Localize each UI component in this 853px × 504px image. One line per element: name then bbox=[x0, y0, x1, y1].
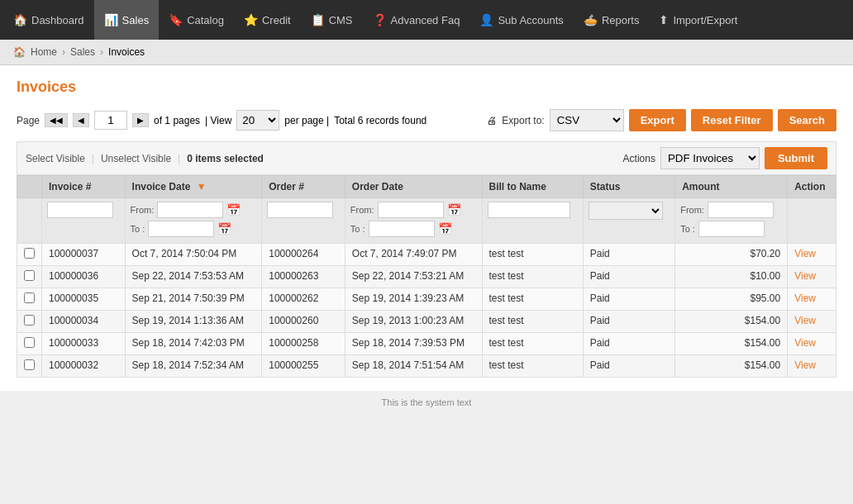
items-selected-count: 0 items selected bbox=[187, 153, 264, 164]
row-bill-to: test test bbox=[482, 266, 583, 288]
row-invoice-date: Sep 18, 2014 7:52:34 AM bbox=[125, 355, 262, 378]
nav-reports[interactable]: 🥧 Reports bbox=[574, 0, 650, 40]
submit-button[interactable]: Submit bbox=[765, 147, 827, 169]
row-bill-to: test test bbox=[482, 355, 583, 378]
nav-sales[interactable]: 📊 Sales bbox=[94, 0, 160, 40]
filter-order-date-to[interactable] bbox=[369, 221, 435, 237]
page-next-btn[interactable]: ▶ bbox=[132, 113, 149, 127]
cms-icon: 📋 bbox=[311, 13, 325, 26]
row-order-date: Sep 22, 2014 7:53:21 AM bbox=[345, 266, 482, 288]
row-action-cell: View bbox=[788, 333, 836, 355]
row-amount: $154.00 bbox=[675, 311, 788, 333]
actions-select[interactable]: PDF Invoices Print bbox=[660, 147, 760, 169]
nav-catalog[interactable]: 🔖 Catalog bbox=[159, 0, 234, 40]
filter-bill-to-cell bbox=[482, 198, 583, 244]
row-checkbox-4[interactable] bbox=[24, 337, 35, 348]
nav-cms-label: CMS bbox=[329, 14, 353, 26]
th-order-date: Order Date bbox=[345, 176, 482, 198]
filter-amount-to[interactable] bbox=[698, 221, 765, 237]
filter-status-cell: Paid Pending bbox=[583, 198, 674, 244]
filter-invoice-date-to[interactable] bbox=[148, 221, 214, 237]
export-format-select[interactable]: CSV Excel XML bbox=[550, 109, 624, 131]
page-number-input[interactable] bbox=[94, 111, 127, 130]
filter-invoice-num[interactable] bbox=[47, 202, 113, 218]
nav-credit[interactable]: ⭐ Credit bbox=[234, 0, 301, 40]
filter-amount-from[interactable] bbox=[708, 202, 774, 218]
nav-advanced-faq[interactable]: ❓ Advanced Faq bbox=[363, 0, 470, 40]
th-amount: Amount bbox=[675, 176, 788, 198]
row-invoice-num: 100000035 bbox=[42, 288, 126, 311]
row-invoice-date: Sep 18, 2014 7:42:03 PM bbox=[125, 333, 262, 355]
row-invoice-num: 100000033 bbox=[42, 333, 126, 355]
page-first-btn[interactable]: ◀◀ bbox=[45, 113, 68, 127]
per-page-select[interactable]: 20 50 100 bbox=[236, 110, 279, 131]
nav-import-export[interactable]: ⬆ Import/Export bbox=[649, 0, 747, 40]
calendar-from-icon[interactable]: 📅 bbox=[226, 203, 241, 216]
filter-order-num-cell bbox=[262, 198, 345, 244]
search-button[interactable]: Search bbox=[778, 109, 836, 131]
nav-dashboard-label: Dashboard bbox=[31, 14, 84, 26]
row-view-link[interactable]: View bbox=[794, 248, 816, 259]
row-order-date: Sep 19, 2013 1:00:23 AM bbox=[345, 311, 482, 333]
row-checkbox-3[interactable] bbox=[24, 315, 35, 326]
row-checkbox-0[interactable] bbox=[24, 248, 35, 259]
table-row: 100000036 Sep 22, 2014 7:53:53 AM 100000… bbox=[17, 266, 836, 288]
th-invoice-date[interactable]: Invoice Date ▼ bbox=[125, 176, 262, 198]
row-action-cell: View bbox=[788, 311, 836, 333]
row-checkbox-1[interactable] bbox=[24, 270, 35, 281]
row-amount: $154.00 bbox=[675, 333, 788, 355]
row-view-link[interactable]: View bbox=[794, 359, 816, 371]
row-view-link[interactable]: View bbox=[794, 292, 816, 304]
row-view-link[interactable]: View bbox=[794, 315, 816, 326]
th-status: Status bbox=[583, 176, 674, 198]
unselect-visible-link[interactable]: Unselect Visible bbox=[101, 153, 171, 164]
nav-faq-label: Advanced Faq bbox=[391, 14, 460, 26]
reset-filter-button[interactable]: Reset Filter bbox=[691, 109, 773, 131]
row-bill-to: test test bbox=[482, 311, 583, 333]
calendar-order-to-icon[interactable]: 📅 bbox=[438, 222, 452, 235]
top-navigation: 🏠 Dashboard 📊 Sales 🔖 Catalog ⭐ Credit 📋… bbox=[0, 0, 853, 40]
nav-credit-label: Credit bbox=[262, 14, 291, 26]
row-view-link[interactable]: View bbox=[794, 270, 816, 282]
row-amount: $70.20 bbox=[675, 244, 788, 266]
filter-bill-to[interactable] bbox=[488, 202, 570, 218]
row-checkbox-2[interactable] bbox=[24, 292, 35, 303]
filter-status-select[interactable]: Paid Pending bbox=[589, 202, 663, 220]
row-invoice-num: 100000032 bbox=[42, 355, 126, 378]
calendar-to-icon[interactable]: 📅 bbox=[217, 222, 231, 235]
row-bill-to: test test bbox=[482, 333, 583, 355]
row-checkbox-5[interactable] bbox=[24, 359, 35, 370]
select-visible-link[interactable]: Select Visible bbox=[26, 153, 85, 164]
total-pages-label: of 1 pages bbox=[154, 115, 200, 126]
filter-action-cell bbox=[788, 198, 836, 244]
page-label: Page bbox=[17, 115, 40, 126]
catalog-icon: 🔖 bbox=[169, 13, 183, 26]
nav-cms[interactable]: 📋 CMS bbox=[301, 0, 363, 40]
filter-invoice-date-from[interactable] bbox=[157, 202, 223, 218]
breadcrumb-home[interactable]: Home bbox=[31, 46, 57, 58]
row-checkbox-cell bbox=[17, 266, 42, 288]
table-row: 100000033 Sep 18, 2014 7:42:03 PM 100000… bbox=[17, 333, 836, 355]
row-status: Paid bbox=[583, 244, 674, 266]
nav-sub-accounts-label: Sub Accounts bbox=[498, 14, 564, 26]
calendar-order-from-icon[interactable]: 📅 bbox=[447, 203, 461, 216]
breadcrumb-sales[interactable]: Sales bbox=[70, 46, 95, 58]
filter-order-num[interactable] bbox=[267, 202, 333, 218]
th-action: Action bbox=[788, 176, 836, 198]
row-order-num: 100000258 bbox=[262, 333, 345, 355]
row-checkbox-cell bbox=[17, 355, 42, 378]
breadcrumb-current: Invoices bbox=[108, 46, 145, 58]
table-row: 100000035 Sep 21, 2014 7:50:39 PM 100000… bbox=[17, 288, 836, 311]
filter-order-date-cell: From: 📅 To : 📅 bbox=[345, 198, 482, 244]
export-button[interactable]: Export bbox=[629, 109, 686, 131]
row-action-cell: View bbox=[788, 288, 836, 311]
row-amount: $10.00 bbox=[675, 266, 788, 288]
page-prev-btn[interactable]: ◀ bbox=[73, 113, 89, 127]
row-view-link[interactable]: View bbox=[794, 337, 816, 349]
row-action-cell: View bbox=[788, 355, 836, 378]
nav-dashboard[interactable]: 🏠 Dashboard bbox=[3, 0, 94, 40]
filter-order-date-from[interactable] bbox=[378, 202, 444, 218]
actions-label: Actions bbox=[623, 153, 655, 164]
nav-sub-accounts[interactable]: 👤 Sub Accounts bbox=[469, 0, 574, 40]
breadcrumb: 🏠 Home › Sales › Invoices bbox=[0, 40, 853, 65]
